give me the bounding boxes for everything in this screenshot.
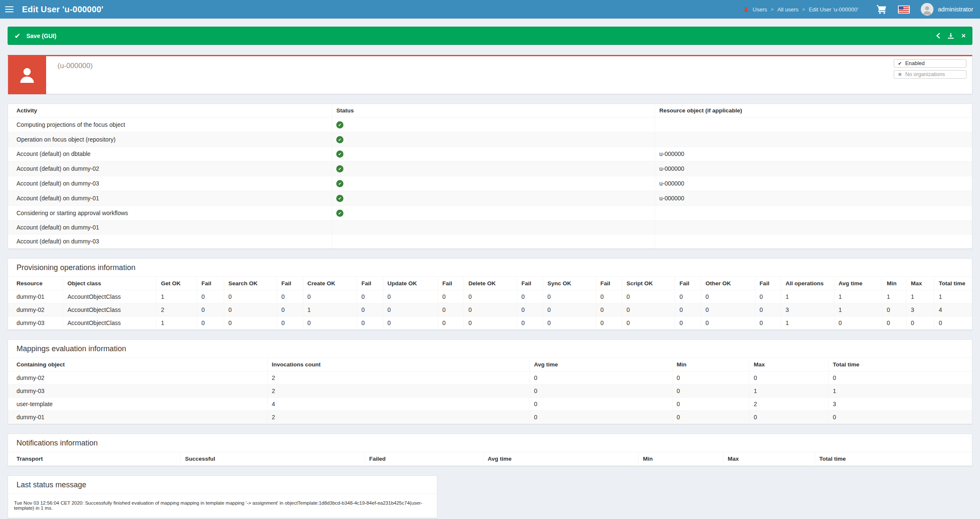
table-cell: 0 <box>464 303 517 316</box>
table-cell: 1 <box>828 384 972 397</box>
table-cell: 0 <box>906 316 934 329</box>
table-cell: ✔ <box>332 132 655 147</box>
table-cell: ✔ <box>332 205 655 220</box>
table-cell: Account (default) on dummy-01 <box>8 220 332 234</box>
table-cell: 4 <box>934 303 972 316</box>
table-row: dummy-0220000 <box>8 371 972 384</box>
no-organizations-tag-label: No organizations <box>905 71 945 77</box>
sidebar-toggle-icon[interactable] <box>5 5 14 14</box>
breadcrumb-all-users[interactable]: All users <box>777 6 799 13</box>
notifications-table: TransportSuccessfulFailedAvg timeMinMaxT… <box>8 452 972 466</box>
table-row: Account (default) on dummy-02✔u-000000 <box>8 161 972 176</box>
table-cell: 0 <box>596 303 622 316</box>
table-row: dummy-0320011 <box>8 384 972 397</box>
cart-icon[interactable] <box>876 4 887 14</box>
table-cell: 0 <box>622 290 675 303</box>
breadcrumb-users[interactable]: Users <box>753 6 767 13</box>
chevron-left-icon[interactable] <box>936 33 940 38</box>
table-cell: ✔ <box>332 117 655 132</box>
table-cell: 0 <box>828 410 972 423</box>
enabled-tag-label: Enabled <box>905 60 925 66</box>
column-header: Delete OK <box>464 277 517 290</box>
column-header: Min <box>672 358 749 371</box>
table-cell: 0 <box>882 316 906 329</box>
column-header: Search OK <box>224 277 277 290</box>
page-title: Edit User 'u-000000' <box>22 5 104 14</box>
provisioning-panel: Provisioning operations information Reso… <box>8 258 972 330</box>
column-header: Update OK <box>383 277 438 290</box>
table-cell: dummy-03 <box>8 384 267 397</box>
table-cell: 0 <box>303 316 357 329</box>
table-row: Account (default) on dummy-03✔u-000000 <box>8 176 972 191</box>
table-cell: 0 <box>277 303 303 316</box>
table-cell: Considering or starting approval workflo… <box>8 205 332 220</box>
table-cell: 0 <box>303 290 357 303</box>
breadcrumb-separator: > <box>771 7 773 12</box>
table-cell: 0 <box>701 303 755 316</box>
table-row: Considering or starting approval workflo… <box>8 205 972 220</box>
table-cell: 0 <box>828 371 972 384</box>
column-header: Fail <box>357 277 383 290</box>
table-row: dummy-02AccountObjectClass20001000000000… <box>8 303 972 316</box>
column-header: Containing object <box>8 358 267 371</box>
table-cell: Operation on focus object (repository) <box>8 132 332 147</box>
table-cell: Account (default) on dummy-03 <box>8 234 332 248</box>
user-summary-panel: (u-000000) ✔ Enabled ✖ No organizations <box>8 55 972 94</box>
table-cell: 0 <box>596 316 622 329</box>
column-header: Get OK <box>156 277 197 290</box>
column-header: Object class <box>63 277 156 290</box>
table-row: Account (default) on dummy-03 <box>8 234 972 248</box>
table-cell: dummy-01 <box>8 410 267 423</box>
success-status-icon: ✔ <box>336 136 343 143</box>
table-cell: Account (default) on dummy-03 <box>8 176 332 191</box>
table-cell: 0 <box>755 290 781 303</box>
table-row: user-template40023 <box>8 397 972 410</box>
user-menu[interactable]: administrator <box>921 3 973 16</box>
users-icon <box>743 6 749 12</box>
table-cell: u-000000 <box>655 161 972 176</box>
table-cell: 1 <box>749 384 829 397</box>
username: administrator <box>938 6 973 13</box>
table-cell: 2 <box>267 371 530 384</box>
table-cell: 0 <box>675 316 701 329</box>
table-cell <box>655 132 972 147</box>
table-cell: 0 <box>438 290 464 303</box>
table-row: dummy-0120000 <box>8 410 972 423</box>
locale-flag-icon[interactable] <box>898 5 910 14</box>
table-cell: 1 <box>156 290 197 303</box>
table-cell: 0 <box>517 303 543 316</box>
table-cell: 0 <box>277 290 303 303</box>
table-row: dummy-03AccountObjectClass10000000000000… <box>8 316 972 329</box>
table-cell: 0 <box>224 303 277 316</box>
table-cell: 2 <box>749 397 829 410</box>
download-icon[interactable] <box>948 33 954 39</box>
table-cell: 0 <box>755 303 781 316</box>
table-cell: 0 <box>224 290 277 303</box>
column-header: Status <box>332 104 655 117</box>
column-header: Total time <box>828 358 972 371</box>
table-cell: 1 <box>781 316 834 329</box>
column-header: Sync OK <box>543 277 596 290</box>
table-cell: 0 <box>530 410 672 423</box>
table-cell: Account (default) on dummy-02 <box>8 161 332 176</box>
table-cell: ✔ <box>332 147 655 161</box>
table-cell: 4 <box>267 397 530 410</box>
table-cell: ✔ <box>332 176 655 191</box>
enabled-tag: ✔ Enabled <box>894 59 966 68</box>
mappings-panel: Mappings evaluation information Containi… <box>8 339 972 424</box>
table-cell: 3 <box>906 303 934 316</box>
mappings-table: Containing objectInvocations countAvg ti… <box>8 358 972 424</box>
table-cell: 0 <box>517 316 543 329</box>
column-header: Avg time <box>530 358 672 371</box>
table-cell: 0 <box>672 384 749 397</box>
close-icon[interactable]: × <box>961 32 966 39</box>
table-cell: u-000000 <box>655 191 972 205</box>
table-cell: 0 <box>277 316 303 329</box>
column-header: Min <box>882 277 906 290</box>
table-cell: 0 <box>543 316 596 329</box>
table-cell: AccountObjectClass <box>63 290 156 303</box>
mappings-title: Mappings evaluation information <box>8 340 972 358</box>
column-header: Script OK <box>622 277 675 290</box>
success-status-icon: ✔ <box>336 195 343 202</box>
table-cell: 0 <box>197 303 224 316</box>
